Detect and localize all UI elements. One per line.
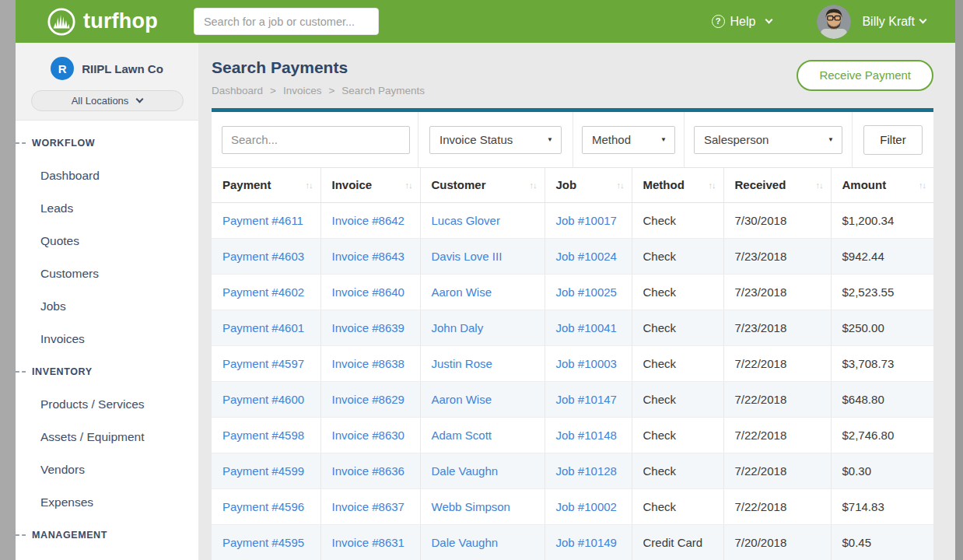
filter-button[interactable]: Filter	[863, 125, 923, 155]
payment-cell: Payment #4598	[212, 417, 320, 453]
invoice-link[interactable]: Invoice #8638	[332, 357, 404, 370]
top-header: turfhop ? Help	[16, 0, 955, 43]
job-link[interactable]: Job #10002	[556, 500, 617, 513]
job-link[interactable]: Job #10025	[556, 285, 617, 299]
payment-link[interactable]: Payment #4601	[222, 321, 304, 334]
sidebar-item-assets-equipment[interactable]: Assets / Equipment	[16, 421, 198, 453]
company-avatar: R	[51, 57, 74, 80]
job-link[interactable]: Job #10017	[556, 214, 617, 227]
customer-link[interactable]: Dale Vaughn	[432, 464, 499, 478]
payment-link[interactable]: Payment #4599	[222, 464, 304, 478]
job-link[interactable]: Job #10148	[556, 429, 617, 442]
sidebar-item-vendors[interactable]: Vendors	[16, 453, 198, 486]
invoice-link[interactable]: Invoice #8639	[332, 321, 404, 334]
sort-arrows-icon[interactable]: ↑↓	[405, 180, 412, 190]
invoice-link[interactable]: Invoice #8637	[332, 500, 404, 513]
payment-link[interactable]: Payment #4597	[222, 357, 304, 370]
amount-cell: $714.83	[831, 488, 933, 524]
sidebar-item-invoices[interactable]: Invoices	[16, 323, 198, 355]
sort-arrows-icon[interactable]: ↑↓	[816, 180, 823, 190]
invoice-link[interactable]: Invoice #8631	[332, 536, 404, 549]
invoice-link[interactable]: Invoice #8643	[332, 250, 404, 263]
customer-link[interactable]: Webb Simpson	[432, 500, 510, 513]
invoice-status-select[interactable]: Invoice Status ▼	[429, 126, 562, 154]
column-header-amount[interactable]: Amount↑↓	[831, 168, 933, 202]
column-header-invoice[interactable]: Invoice↑↓	[320, 168, 420, 202]
invoice-cell: Invoice #8642	[320, 202, 420, 238]
sort-arrows-icon[interactable]: ↑↓	[617, 180, 624, 190]
help-menu[interactable]: ? Help	[712, 15, 772, 29]
job-link[interactable]: Job #10149	[556, 536, 617, 549]
invoice-cell: Invoice #8629	[320, 381, 420, 417]
payment-link[interactable]: Payment #4600	[222, 393, 304, 406]
received-cell: 7/23/2018	[723, 274, 831, 310]
job-link[interactable]: Job #10147	[556, 393, 617, 406]
sidebar-item-jobs[interactable]: Jobs	[16, 290, 198, 323]
customer-cell: Aaron Wise	[420, 381, 545, 417]
job-link[interactable]: Job #10003	[556, 357, 617, 370]
invoice-cell: Invoice #8631	[320, 524, 420, 560]
sidebar-item-expenses[interactable]: Expenses	[16, 486, 198, 519]
customer-link[interactable]: Davis Love III	[432, 250, 503, 263]
payments-search-input[interactable]	[222, 126, 410, 154]
sidebar-item-customers[interactable]: Customers	[16, 257, 198, 290]
customer-cell: John Daly	[420, 310, 545, 345]
customer-link[interactable]: Dale Vaughn	[432, 536, 499, 549]
customer-link[interactable]: Adam Scott	[432, 429, 492, 442]
job-link[interactable]: Job #10024	[556, 250, 617, 263]
customer-link[interactable]: Aaron Wise	[432, 393, 492, 406]
payment-link[interactable]: Payment #4602	[222, 285, 304, 299]
method-cell: Check	[632, 488, 723, 524]
sidebar-nav: WORKFLOWDashboardLeadsQuotesCustomersJob…	[16, 121, 198, 560]
job-cell: Job #10003	[545, 345, 632, 381]
sidebar-item-quotes[interactable]: Quotes	[16, 225, 198, 257]
app-logo[interactable]: turfhop	[47, 7, 158, 37]
customer-link[interactable]: Justin Rose	[432, 357, 492, 370]
sidebar-item-dashboard[interactable]: Dashboard	[16, 159, 198, 192]
payment-link[interactable]: Payment #4595	[222, 536, 304, 549]
column-header-method[interactable]: Method↑↓	[632, 168, 723, 202]
user-menu[interactable]: Billy Kraft	[817, 5, 926, 39]
table-row: Payment #4598Invoice #8630Adam ScottJob …	[212, 417, 933, 453]
received-cell: 7/30/2018	[723, 202, 831, 238]
payment-link[interactable]: Payment #4603	[222, 250, 304, 263]
page-header: Search Payments Dashboard>Invoices>Searc…	[212, 54, 933, 96]
job-link[interactable]: Job #10041	[556, 321, 617, 334]
payment-link[interactable]: Payment #4611	[222, 214, 303, 227]
global-search-input[interactable]	[194, 8, 379, 35]
invoice-link[interactable]: Invoice #8640	[332, 285, 404, 299]
sidebar-item-products-services[interactable]: Products / Services	[16, 388, 198, 421]
breadcrumb-item[interactable]: Dashboard	[212, 85, 263, 96]
job-link[interactable]: Job #10128	[556, 464, 617, 478]
method-cell: Check	[632, 453, 723, 488]
column-header-received[interactable]: Received↑↓	[723, 168, 831, 202]
method-select[interactable]: Method ▼	[582, 126, 675, 154]
sidebar-item-leads[interactable]: Leads	[16, 192, 198, 225]
customer-cell: Dale Vaughn	[420, 524, 545, 560]
amount-cell: $0.30	[831, 453, 933, 488]
invoice-link[interactable]: Invoice #8642	[332, 214, 404, 227]
invoice-link[interactable]: Invoice #8636	[332, 464, 404, 478]
payments-card: Invoice Status ▼ Method ▼ Salesperson	[212, 108, 933, 560]
locations-dropdown[interactable]: All Locations	[31, 90, 184, 111]
payment-link[interactable]: Payment #4596	[222, 500, 304, 513]
salesperson-select[interactable]: Salesperson ▼	[694, 126, 842, 154]
column-header-job[interactable]: Job↑↓	[545, 168, 632, 202]
breadcrumb-item[interactable]: Invoices	[283, 85, 322, 96]
payment-link[interactable]: Payment #4598	[222, 429, 304, 442]
sort-arrows-icon[interactable]: ↑↓	[306, 180, 313, 190]
sort-arrows-icon[interactable]: ↑↓	[709, 180, 716, 190]
sort-arrows-icon[interactable]: ↑↓	[919, 180, 926, 190]
column-header-payment[interactable]: Payment↑↓	[212, 168, 320, 202]
customer-link[interactable]: Lucas Glover	[432, 214, 500, 227]
column-label: Customer	[432, 178, 486, 191]
receive-payment-button[interactable]: Receive Payment	[797, 60, 933, 91]
customer-link[interactable]: Aaron Wise	[432, 285, 492, 299]
column-header-customer[interactable]: Customer↑↓	[420, 168, 545, 202]
scrollbar-track[interactable]	[955, 0, 963, 560]
invoice-link[interactable]: Invoice #8629	[332, 393, 404, 406]
sort-arrows-icon[interactable]: ↑↓	[530, 180, 537, 190]
user-name: Billy Kraft	[862, 15, 915, 29]
customer-link[interactable]: John Daly	[432, 321, 484, 334]
invoice-link[interactable]: Invoice #8630	[332, 429, 404, 442]
